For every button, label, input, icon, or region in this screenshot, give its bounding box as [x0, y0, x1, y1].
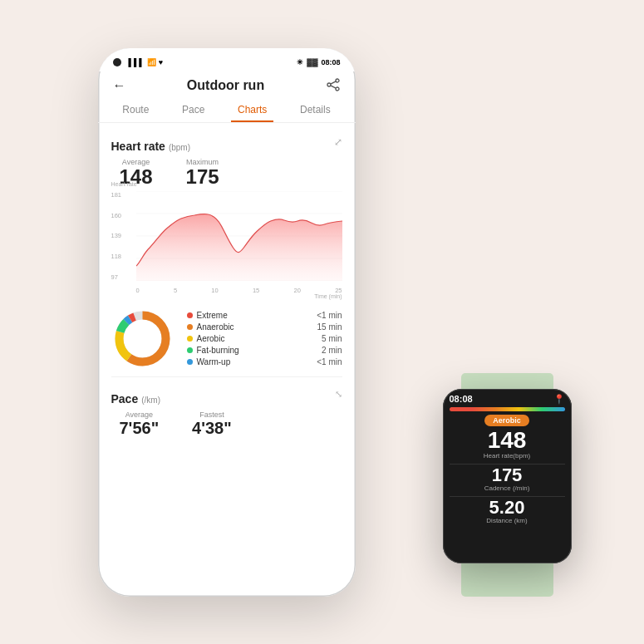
wifi-icon: 📶 — [147, 58, 156, 66]
battery-icon: ▓▓ — [307, 58, 317, 66]
heart-rate-metrics: Average 148 Maximum 175 — [120, 158, 342, 188]
app-header: ← Outdoor run — [98, 71, 356, 99]
tab-pace[interactable]: Pace — [175, 99, 211, 122]
watch-screen: 08:08 📍 Aerobic 148 Heart rate(bpm) 175 … — [443, 389, 572, 563]
zone-aerobic: Aerobic 5 min — [187, 334, 342, 343]
watch-distance: 5.20 Distance (km) — [450, 499, 565, 526]
camera-dot — [113, 58, 121, 66]
svg-point-16 — [127, 323, 157, 353]
back-button[interactable]: ← — [113, 78, 126, 93]
heart-icon: ♥ — [159, 58, 163, 66]
warmup-dot — [187, 359, 193, 365]
zone-anaerobic: Anaerobic 15 min — [187, 322, 342, 332]
pace-section: Pace (/km) ⤡ Average 7'56" Fastest 4'38" — [111, 376, 342, 437]
share-icon[interactable] — [326, 78, 341, 94]
bt-icon: ✳ — [297, 58, 303, 66]
fastest-pace-metric: Fastest 4'38" — [192, 410, 232, 437]
signal-icon: ▌▌▌ — [129, 58, 145, 66]
aerobic-dot — [187, 336, 193, 342]
back-arrow-icon: ← — [113, 78, 126, 93]
fatburning-dot — [187, 347, 193, 353]
watch-heart-rate: 148 Heart rate(bpm) — [450, 429, 565, 461]
zone-legend: Extreme <1 min Anaerobic 15 min Aerobic … — [187, 311, 342, 366]
chart-y-labels: 181 160 139 118 97 — [111, 191, 135, 281]
scroll-content: Heart rate (bpm) ⤢ Average 148 Maximum 1… — [98, 123, 356, 597]
svg-line-3 — [330, 81, 335, 83]
phone-content: ← Outdoor run Route Pace Charts — [98, 71, 356, 597]
pace-metrics: Average 7'56" Fastest 4'38" — [120, 410, 342, 437]
svg-line-4 — [330, 85, 335, 87]
heart-rate-section-title: Heart rate (bpm) — [111, 140, 191, 153]
donut-chart — [111, 307, 174, 370]
svg-point-1 — [336, 87, 339, 91]
expand-icon[interactable]: ⤢ — [334, 136, 342, 148]
pace-expand-icon[interactable]: ⤡ — [335, 389, 342, 400]
svg-point-2 — [327, 83, 331, 86]
chart-svg-wrap — [136, 191, 342, 281]
average-pace-metric: Average 7'56" — [120, 410, 160, 437]
scene: ▌▌▌ 📶 ♥ ✳ ▓▓ 08:08 ← Outdoor run — [73, 32, 572, 613]
extreme-dot — [187, 312, 193, 318]
tab-details[interactable]: Details — [293, 99, 337, 122]
watch-location-icon: 📍 — [553, 394, 565, 405]
aerobic-badge: Aerobic — [484, 415, 529, 426]
smartwatch: 08:08 📍 Aerobic 148 Heart rate(bpm) 175 … — [443, 389, 572, 563]
status-left: ▌▌▌ 📶 ♥ — [113, 58, 163, 66]
page-title: Outdoor run — [187, 78, 264, 93]
heart-rate-chart: Heart rate 181 160 139 118 97 — [111, 191, 342, 299]
status-right: ✳ ▓▓ 08:08 — [297, 58, 340, 66]
svg-point-0 — [336, 79, 339, 82]
tab-charts[interactable]: Charts — [231, 99, 273, 122]
watch-cadence: 175 Cadence (/min) — [450, 466, 565, 494]
zone-extreme: Extreme <1 min — [187, 311, 342, 320]
phone: ▌▌▌ 📶 ♥ ✳ ▓▓ 08:08 ← Outdoor run — [98, 48, 356, 597]
watch-color-bar — [450, 407, 565, 411]
status-time: 08:08 — [321, 58, 340, 66]
zone-warmup: Warm-up <1 min — [187, 357, 342, 366]
chart-x-labels: 0 5 10 15 20 25 Time (min) — [136, 283, 342, 299]
watch-time: 08:08 — [450, 394, 473, 404]
tab-route[interactable]: Route — [116, 99, 155, 122]
anaerobic-dot — [187, 324, 193, 330]
chart-y-title: Heart rate — [111, 181, 137, 187]
maximum-metric: Maximum 175 — [186, 158, 219, 188]
zone-section: Extreme <1 min Anaerobic 15 min Aerobic … — [111, 307, 342, 370]
phone-status-bar: ▌▌▌ 📶 ♥ ✳ ▓▓ 08:08 — [98, 48, 356, 71]
pace-section-title: Pace (/km) — [111, 392, 160, 406]
tab-bar: Route Pace Charts Details — [98, 99, 356, 123]
watch-top-bar: 08:08 📍 — [450, 394, 565, 405]
zone-fatburning: Fat-burning 2 min — [187, 346, 342, 355]
